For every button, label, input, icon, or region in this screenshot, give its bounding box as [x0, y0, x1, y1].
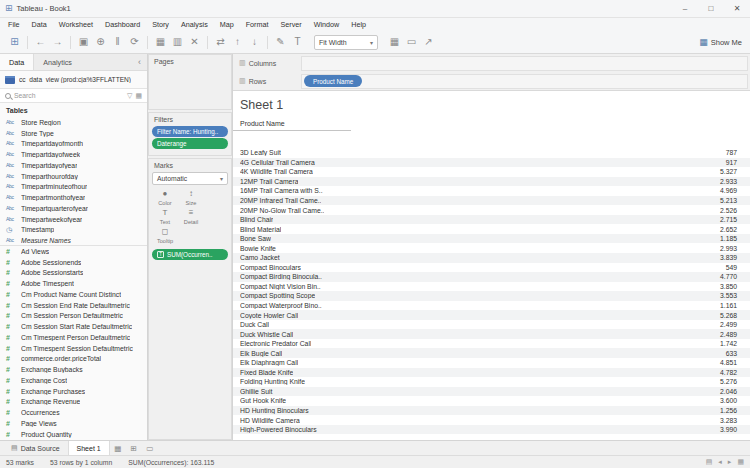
table-row[interactable]: 12MP Trail Camera2.933 [233, 177, 750, 187]
table-row[interactable]: Electronic Predator Call1.742 [233, 339, 750, 349]
collapse-pane-icon[interactable]: ‹ [132, 54, 147, 70]
menu-item-server[interactable]: Server [274, 20, 307, 29]
pause-updates-icon[interactable]: ‖ [109, 37, 126, 47]
clear-sheet-icon[interactable]: ✕ [186, 37, 203, 47]
menu-item-map[interactable]: Map [214, 20, 240, 29]
field-timepartdayofweek[interactable]: AbcTimepartdayofweek [0, 149, 147, 160]
filters-card[interactable]: Filters Filter Name: Hunting..Daterange [148, 112, 232, 156]
show-me-button[interactable]: ▦ Show Me [699, 37, 744, 47]
table-row[interactable]: Coyote Howler Call5.268 [233, 310, 750, 320]
rows-pill-product-name[interactable]: Product Name [304, 75, 362, 87]
tab-analytics[interactable]: Analytics [34, 54, 81, 70]
maximize-button[interactable]: □ [698, 0, 724, 17]
table-row[interactable]: Blind Chair2.715 [233, 215, 750, 225]
table-row[interactable]: High-Powered Binoculars3.990 [233, 425, 750, 435]
field-ad-views[interactable]: #Ad Views [0, 246, 147, 257]
new-story-button[interactable]: ▭ [142, 441, 158, 455]
field-timestamp[interactable]: ◷Timestamp [0, 225, 147, 236]
search-input[interactable] [14, 92, 124, 99]
table-row[interactable]: Folding Hunting Knife5.276 [233, 377, 750, 387]
table-row[interactable]: 4G Cellular Trail Camera917 [233, 158, 750, 168]
table-row[interactable]: 4K Wildlife Trail Camera5.327 [233, 167, 750, 177]
field-timeparthourofday[interactable]: AbcTimeparthourofday [0, 171, 147, 182]
table-column-header[interactable]: Product Name [233, 112, 351, 131]
menu-item-window[interactable]: Window [308, 20, 346, 29]
menu-item-story[interactable]: Story [146, 20, 175, 29]
table-row[interactable]: HD Hunting Binoculars1.256 [233, 406, 750, 416]
field-exchange-cost[interactable]: #Exchange Cost [0, 375, 147, 386]
columns-shelf-area[interactable] [301, 56, 748, 71]
pages-card[interactable]: Pages [148, 54, 232, 110]
field-store-type[interactable]: AbcStore Type [0, 128, 147, 139]
table-row[interactable]: Elk Diaphragm Call4.851 [233, 358, 750, 368]
table-row[interactable]: 20MP No-Glow Trail Came..2.526 [233, 205, 750, 215]
field-cm-session-end-rate-defaultmetric[interactable]: #Cm Session End Rate Defaultmetric [0, 300, 147, 311]
menu-item-analysis[interactable]: Analysis [175, 20, 214, 29]
previous-sheet-icon[interactable]: ◂ [718, 458, 722, 466]
datasource-item[interactable]: cc_data_view (prod:cja%3FFLATTEN) [0, 71, 147, 88]
view-options-icon[interactable]: ▦ [135, 92, 142, 100]
table-row[interactable]: Compact Spotting Scope3.553 [233, 291, 750, 301]
save-icon[interactable]: ▣ [75, 37, 92, 47]
field-timepartdayofyear[interactable]: AbcTimepartdayofyear [0, 160, 147, 171]
next-sheet-icon[interactable]: ▸ [728, 458, 732, 466]
table-row[interactable]: Gut Hook Knife3.600 [233, 396, 750, 406]
menu-item-worksheet[interactable]: Worksheet [53, 20, 99, 29]
table-row[interactable]: Elk Bugle Call633 [233, 348, 750, 358]
table-row[interactable]: Compact Binoculars549 [233, 263, 750, 273]
field-timepartweekofyear[interactable]: AbcTimepartweekofyear [0, 214, 147, 225]
new-worksheet-button[interactable]: ▦ [110, 441, 126, 455]
filter-pill-daterange[interactable]: Daterange [152, 138, 228, 149]
field-product-quantity[interactable]: #Product Quantity [0, 429, 147, 440]
show-filmstrip-icon[interactable]: ▤ [706, 458, 713, 466]
field-occurrences[interactable]: #Occurrences [0, 407, 147, 418]
menu-item-data[interactable]: Data [26, 20, 53, 29]
highlight-icon[interactable]: ✎ [272, 37, 289, 47]
filter-fields-icon[interactable]: ▽ [127, 92, 132, 100]
field-exchange-purchases[interactable]: #Exchange Purchases [0, 386, 147, 397]
menu-item-help[interactable]: Help [345, 20, 372, 29]
field-timepartmonthofyear[interactable]: AbcTimepartmonthofyear [0, 192, 147, 203]
table-row[interactable]: Compact Waterproof Bino..1.161 [233, 301, 750, 311]
table-row[interactable]: Compact Night Vision Bin..3.850 [233, 282, 750, 292]
duplicate-icon[interactable]: ▥ [169, 37, 186, 47]
add-data-icon[interactable]: ⊕ [92, 37, 109, 47]
field-cm-timespent-person-defaultmetric[interactable]: #Cm Timespent Person Defaultmetric [0, 332, 147, 343]
menu-item-dashboard[interactable]: Dashboard [99, 20, 146, 29]
field-timepartminuteofhour[interactable]: AbcTimepartminuteofhour [0, 182, 147, 193]
swap-axes-icon[interactable]: ⇄ [212, 37, 229, 47]
tooltip-button[interactable]: ◻Tooltip [155, 228, 175, 244]
mark-type-dropdown[interactable]: Automatic ▾ [152, 172, 228, 185]
forward-icon[interactable]: → [49, 37, 66, 47]
table-row[interactable]: Bowie Knife2.993 [233, 243, 750, 253]
table-row[interactable]: Duck Call2.499 [233, 320, 750, 330]
columns-shelf[interactable]: ▥ Columns [233, 54, 750, 72]
menu-item-format[interactable]: Format [240, 20, 275, 29]
field-timepartdayofmonth[interactable]: AbcTimepartdayofmonth [0, 139, 147, 150]
close-button[interactable]: ✕ [724, 0, 750, 17]
field-adobe-sessionends[interactable]: #Adobe Sessionends [0, 257, 147, 268]
rows-shelf-area[interactable]: Product Name [301, 74, 748, 89]
run-updates-icon[interactable]: ⟳ [126, 37, 143, 47]
field-commerce-order-pricetotal[interactable]: #commerce.order.priceTotal [0, 354, 147, 365]
tab-sheet-1[interactable]: Sheet 1 [69, 441, 110, 455]
table-row[interactable]: Compact Birding Binocula..4.770 [233, 272, 750, 282]
table-row[interactable]: HD Wildlife Camera3.283 [233, 415, 750, 425]
sort-ascending-icon[interactable]: ↑ [229, 37, 246, 47]
table-row[interactable]: Ghillie Suit2.046 [233, 387, 750, 397]
field-measure-names[interactable]: AbcMeasure Names [0, 235, 147, 246]
fit-dropdown[interactable]: Fit Width ▾ [314, 35, 378, 50]
field-cm-product-name-count-distinct[interactable]: #Cm Product Name Count Distinct [0, 289, 147, 300]
field-cm-session-start-rate-defaultmetric[interactable]: #Cm Session Start Rate Defaultmetric [0, 321, 147, 332]
share-icon[interactable]: ↗ [420, 37, 437, 47]
tab-data[interactable]: Data [0, 54, 34, 70]
marks-card[interactable]: Marks Automatic ▾ ●Color↕SizeTText≡Detai… [148, 158, 232, 440]
field-page-views[interactable]: #Page Views [0, 418, 147, 429]
tableau-logo-icon[interactable]: ⊞ [6, 37, 23, 47]
field-exchange-revenue[interactable]: #Exchange Revenue [0, 397, 147, 408]
table-row[interactable]: 3D Leafy Suit787 [233, 148, 750, 158]
new-worksheet-icon[interactable]: ▦ [152, 37, 169, 47]
menu-item-file[interactable]: File [2, 20, 26, 29]
back-icon[interactable]: ← [32, 37, 49, 47]
table-row[interactable]: Blind Material2.652 [233, 224, 750, 234]
